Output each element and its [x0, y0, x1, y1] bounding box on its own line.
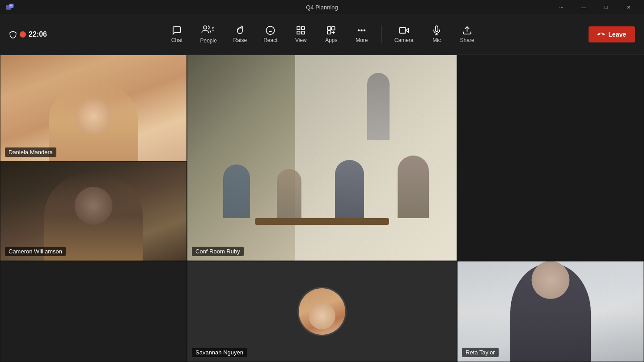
- chat-label: Chat: [171, 37, 182, 43]
- chat-button[interactable]: Chat: [162, 22, 191, 47]
- raise-label: Raise: [233, 37, 247, 43]
- share-label: Share: [460, 37, 475, 43]
- people-count-badge: 5: [212, 27, 215, 32]
- chat-icon: [172, 25, 182, 35]
- svg-text:T: T: [10, 5, 12, 8]
- svg-rect-13: [328, 30, 331, 34]
- svg-point-16: [364, 29, 365, 31]
- leave-label: Leave: [608, 31, 626, 38]
- camera-button[interactable]: Camera: [387, 22, 421, 47]
- leave-button[interactable]: Leave: [589, 26, 635, 42]
- share-icon: [462, 25, 472, 35]
- recording-dot: [20, 31, 26, 38]
- apps-label: Apps: [325, 37, 337, 43]
- react-button[interactable]: React: [256, 22, 285, 47]
- svg-point-3: [203, 26, 207, 29]
- participant-label-conf-room: Conf Room Ruby: [192, 247, 244, 256]
- more-icon: [357, 25, 367, 35]
- more-label: More: [356, 37, 368, 43]
- window-controls: ··· — □ ✕: [551, 0, 639, 14]
- people-icon: [202, 25, 212, 34]
- video-grid: Daniela Mandera Cameron Williamson Conf …: [0, 55, 644, 362]
- call-timer: 22:06: [29, 30, 47, 38]
- participant-tile-daniela: Daniela Mandera: [0, 55, 187, 162]
- svg-rect-7: [297, 26, 300, 29]
- svg-rect-17: [399, 27, 406, 33]
- svg-rect-8: [302, 26, 305, 29]
- recording-status: 22:06: [9, 30, 47, 38]
- leave-section: Leave: [589, 26, 635, 42]
- savannah-avatar: [297, 287, 347, 336]
- svg-point-14: [358, 29, 360, 31]
- svg-rect-9: [302, 31, 305, 34]
- view-icon: [296, 25, 306, 35]
- view-label: View: [295, 37, 307, 43]
- shield-icon: [9, 30, 17, 38]
- share-button[interactable]: Share: [453, 22, 482, 47]
- react-label: React: [263, 37, 277, 43]
- toolbar-tools: Chat 5 People Raise: [162, 21, 481, 47]
- more-button[interactable]: More: [347, 22, 376, 47]
- mic-label: Mic: [432, 37, 441, 43]
- people-button[interactable]: 5 People: [193, 21, 224, 47]
- minimize-button[interactable]: —: [573, 0, 594, 14]
- meeting-toolbar: 22:06 Chat 5 People: [0, 14, 644, 55]
- participant-label-daniela: Daniela Mandera: [5, 147, 56, 157]
- camera-label: Camera: [394, 37, 414, 43]
- svg-point-4: [267, 26, 275, 34]
- teams-logo-icon: T: [5, 3, 14, 12]
- svg-rect-10: [297, 31, 300, 34]
- participant-label-reta: Reta Taylor: [462, 348, 499, 357]
- participant-tile-conf-room: Conf Room Ruby: [187, 55, 457, 261]
- svg-rect-12: [332, 26, 335, 29]
- window-title: Q4 Planning: [306, 4, 338, 11]
- raise-button[interactable]: Raise: [226, 22, 254, 47]
- participant-label-cameron: Cameron Williamson: [5, 247, 66, 256]
- camera-icon: [399, 25, 409, 35]
- participant-tile-savannah: Savannah Nguyen: [187, 261, 457, 362]
- people-label: People: [200, 38, 216, 44]
- react-icon: [266, 25, 275, 35]
- close-button[interactable]: ✕: [618, 0, 639, 14]
- maximize-button[interactable]: □: [596, 0, 616, 14]
- mic-icon: [432, 25, 442, 35]
- mic-button[interactable]: Mic: [423, 22, 451, 47]
- apps-icon: [326, 25, 336, 35]
- savannah-avatar-container: [187, 261, 457, 362]
- svg-rect-11: [328, 26, 331, 29]
- tile-top-right: [457, 55, 644, 261]
- title-bar: T Q4 Planning ··· — □ ✕: [0, 0, 644, 14]
- view-button[interactable]: View: [287, 22, 315, 47]
- tile-bottom-left: [0, 261, 187, 362]
- title-bar-left: T: [5, 3, 14, 12]
- phone-icon: [597, 31, 605, 38]
- svg-point-15: [361, 29, 362, 31]
- participant-label-savannah: Savannah Nguyen: [192, 348, 247, 357]
- more-options-button[interactable]: ···: [551, 0, 572, 14]
- participant-tile-cameron: Cameron Williamson: [0, 162, 187, 261]
- apps-button[interactable]: Apps: [317, 22, 346, 47]
- participant-tile-reta: Reta Taylor: [457, 261, 644, 362]
- raise-icon: [235, 25, 245, 35]
